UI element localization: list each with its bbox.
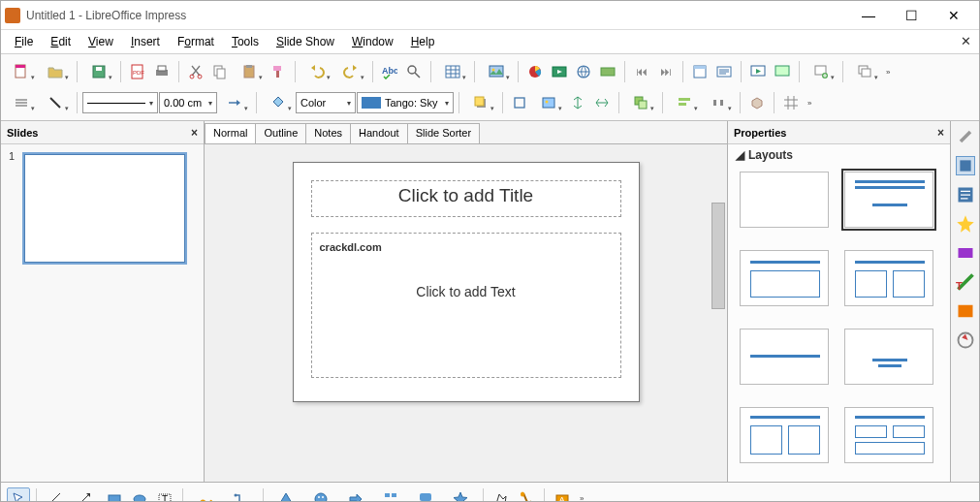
crop-button[interactable] [508, 91, 531, 114]
copy-button[interactable] [208, 60, 232, 83]
insert-chart-button[interactable] [523, 60, 547, 83]
title-placeholder[interactable]: Click to add Title [311, 180, 621, 217]
insert-fontwork-button[interactable] [596, 60, 619, 83]
slides-thumbnail-list[interactable]: 1 [1, 144, 204, 482]
new-slide-button[interactable] [805, 60, 838, 83]
insert-text-box-button[interactable] [712, 60, 736, 83]
slide-canvas[interactable]: Click to add Title crackdl.com Click to … [293, 162, 640, 402]
cut-button[interactable] [184, 60, 207, 83]
stars-tool[interactable] [444, 487, 477, 503]
layout-two-content[interactable] [844, 250, 933, 306]
sidebar-transition-icon[interactable] [956, 301, 975, 321]
sidebar-properties-icon[interactable] [956, 156, 975, 175]
menu-slideshow[interactable]: Slide Show [269, 33, 342, 50]
callouts-tool[interactable] [409, 487, 442, 503]
undo-button[interactable] [300, 60, 333, 83]
insert-header-footer-button[interactable] [688, 60, 711, 83]
spellcheck-button[interactable]: Abc [378, 60, 401, 83]
ellipse-tool[interactable] [128, 487, 151, 503]
flowchart-tool[interactable] [374, 487, 407, 503]
tab-notes[interactable]: Notes [305, 123, 351, 143]
layout-header-grid[interactable] [844, 407, 933, 463]
flip-vertical-button[interactable] [566, 91, 589, 114]
connector-tool[interactable] [224, 487, 257, 503]
start-from-current-button[interactable] [771, 60, 794, 83]
align-button[interactable] [668, 91, 701, 114]
menu-insert[interactable]: Insert [123, 33, 168, 50]
insert-media-button[interactable] [548, 60, 571, 83]
format-paintbrush-button[interactable] [267, 60, 290, 83]
menu-format[interactable]: Format [170, 33, 222, 50]
layout-blank[interactable] [740, 172, 829, 228]
slide-canvas-area[interactable]: Click to add Title crackdl.com Click to … [205, 144, 727, 482]
layout-header-two[interactable] [740, 407, 829, 463]
duplicate-slide-button[interactable] [848, 60, 881, 83]
sidebar-animation-icon[interactable]: T [956, 272, 975, 292]
line-width-input[interactable]: 0.00 cm▾ [159, 92, 217, 113]
layout-title-content[interactable] [844, 172, 933, 228]
layouts-section-header[interactable]: ◢Layouts [728, 144, 950, 166]
toolbar2-overflow-icon[interactable]: » [804, 99, 811, 108]
open-button[interactable] [39, 60, 72, 83]
vertical-scrollbar[interactable] [711, 203, 725, 309]
menu-file[interactable]: File [7, 33, 41, 50]
tab-outline[interactable]: Outline [255, 123, 306, 143]
select-tool[interactable] [7, 487, 30, 503]
glue-points-tool[interactable] [515, 487, 538, 503]
sidebar-master-icon[interactable] [956, 330, 975, 350]
new-document-button[interactable] [5, 60, 38, 83]
line-color-button[interactable] [39, 91, 72, 114]
arrow-style-button[interactable] [218, 91, 251, 114]
minimize-button[interactable]: — [847, 2, 890, 29]
content-placeholder[interactable]: crackdl.com Click to add Text [311, 233, 621, 378]
line-pattern-select[interactable]: ▾ [82, 92, 158, 113]
insert-image-button[interactable] [480, 60, 513, 83]
menu-view[interactable]: View [80, 33, 121, 50]
export-pdf-button[interactable]: PDF [126, 60, 149, 83]
slide-thumbnail-1[interactable] [22, 152, 187, 265]
first-slide-button[interactable]: ⏮ [630, 60, 653, 83]
line-style-button[interactable] [5, 91, 38, 114]
save-button[interactable] [82, 60, 115, 83]
tab-handout[interactable]: Handout [350, 123, 408, 143]
fill-mode-select[interactable]: Color▾ [296, 92, 356, 113]
sidebar-gallery-icon[interactable] [956, 214, 975, 234]
print-button[interactable] [150, 60, 174, 83]
block-arrows-tool[interactable] [339, 487, 372, 503]
find-button[interactable] [402, 60, 426, 83]
tab-slide-sorter[interactable]: Slide Sorter [407, 123, 480, 143]
menu-edit[interactable]: Edit [43, 33, 79, 50]
line-arrow-tool[interactable] [68, 487, 101, 503]
layout-title-bar[interactable] [740, 329, 829, 385]
table-button[interactable] [436, 60, 469, 83]
toolbar-overflow-icon[interactable]: » [882, 68, 890, 77]
redo-button[interactable] [334, 60, 367, 83]
sidebar-settings-icon[interactable] [956, 127, 975, 146]
grid-button[interactable] [779, 91, 803, 114]
polygon-tool[interactable] [490, 487, 513, 503]
arrange-button[interactable] [624, 91, 657, 114]
close-window-button[interactable]: ✕ [933, 2, 975, 29]
fill-color-select[interactable]: Tango: Sky▾ [357, 92, 454, 113]
sidebar-styles-icon[interactable] [956, 185, 975, 204]
start-slideshow-button[interactable] [746, 60, 770, 83]
close-document-button[interactable]: ✕ [961, 34, 971, 48]
basic-shapes-tool[interactable] [269, 487, 302, 503]
flip-horizontal-button[interactable] [590, 91, 614, 114]
shadow-button[interactable] [464, 91, 497, 114]
distribute-button[interactable] [702, 91, 735, 114]
maximize-button[interactable]: ☐ [890, 2, 933, 29]
paste-button[interactable] [233, 60, 266, 83]
slides-panel-close-icon[interactable]: × [191, 126, 198, 140]
layout-title-only[interactable] [740, 250, 829, 306]
extrusion-button[interactable] [745, 91, 769, 114]
rectangle-tool[interactable] [103, 487, 126, 503]
line-tool[interactable] [43, 487, 66, 503]
symbol-shapes-tool[interactable] [304, 487, 337, 503]
drawing-toolbar-overflow-icon[interactable]: » [576, 494, 584, 502]
menu-window[interactable]: Window [344, 33, 401, 50]
menu-tools[interactable]: Tools [224, 33, 267, 50]
curve-tool[interactable] [189, 487, 222, 503]
fill-color-button[interactable] [262, 91, 295, 114]
insert-hyperlink-button[interactable] [572, 60, 595, 83]
